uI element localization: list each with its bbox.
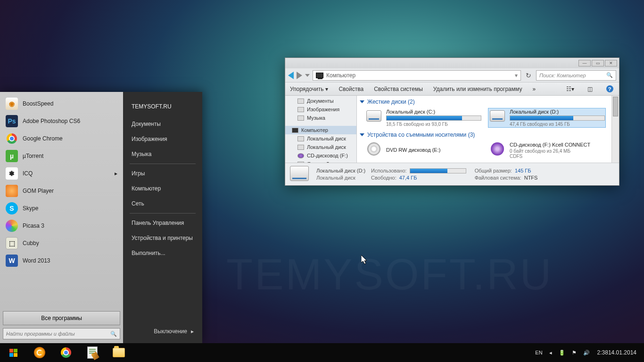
group-removable[interactable]: Устройства со съемными носителями (3) bbox=[360, 131, 616, 140]
sidebar-drive-c[interactable]: Локальный диск bbox=[285, 134, 356, 143]
start-menu-places: TEMYSOFT.RU ДокументыИзображенияМузыка И… bbox=[123, 92, 202, 343]
start-app-utorrent[interactable]: µµTorrent bbox=[3, 147, 120, 165]
picasa-icon bbox=[6, 220, 18, 232]
app-label: BoostSpeed bbox=[23, 100, 53, 107]
gom-icon bbox=[6, 185, 18, 197]
app-label: GOM Player bbox=[23, 188, 54, 194]
sidebar-drive-f[interactable]: CD-дисковод (F:) bbox=[285, 151, 356, 160]
start-user-label[interactable]: TEMYSOFT.RU bbox=[130, 101, 196, 116]
start-app-skype[interactable]: SSkype bbox=[3, 199, 120, 217]
hdd-icon bbox=[290, 166, 309, 181]
start-place-сеть[interactable]: Сеть bbox=[130, 196, 196, 211]
drive-c-label: Локальный диск (C:) bbox=[386, 109, 481, 115]
start-place-игры[interactable]: Игры bbox=[130, 166, 196, 181]
help-icon: ? bbox=[606, 85, 613, 92]
app-label: Adobe Photoshop CS6 bbox=[23, 118, 80, 124]
tray-volume-icon[interactable]: 🔊 bbox=[580, 343, 593, 362]
start-button[interactable] bbox=[0, 343, 26, 362]
scrollbar[interactable] bbox=[611, 96, 619, 163]
start-app-chrome[interactable]: Google Chrome bbox=[3, 130, 120, 147]
window-titlebar[interactable]: — ▭ ✕ bbox=[285, 58, 619, 68]
search-input[interactable]: Поиск: Компьютер 🔍 bbox=[536, 70, 616, 81]
taskbar-clock[interactable]: 2:38 14.01.2014 bbox=[594, 343, 640, 362]
status-drive-name: Локальный диск (D:) bbox=[316, 168, 365, 173]
notepad-icon bbox=[87, 346, 98, 359]
start-app-word[interactable]: WWord 2013 bbox=[3, 252, 120, 269]
forward-button[interactable] bbox=[297, 72, 302, 79]
taskbar-chrome[interactable] bbox=[53, 343, 79, 362]
properties-button[interactable]: Свойства bbox=[339, 86, 363, 92]
drive-dvd-label: DVD RW дисковод (E:) bbox=[386, 147, 440, 153]
uninstall-button[interactable]: Удалить или изменить программу bbox=[433, 86, 522, 92]
windows-icon bbox=[9, 349, 17, 357]
start-app-icq[interactable]: ❃ICQ▸ bbox=[3, 165, 120, 182]
shutdown-button[interactable]: Выключение▸ bbox=[130, 324, 196, 338]
close-button[interactable]: ✕ bbox=[605, 60, 617, 66]
taskbar-notepad[interactable] bbox=[79, 343, 106, 362]
start-app-cubby[interactable]: ⬚Cubby bbox=[3, 234, 120, 252]
refresh-button[interactable]: ↻ bbox=[524, 71, 533, 80]
group-hard-drives[interactable]: Жесткие диски (2) bbox=[360, 98, 616, 107]
sidebar-music[interactable]: Музыка bbox=[285, 114, 356, 122]
system-properties-button[interactable]: Свойства системы bbox=[374, 86, 423, 92]
start-search-input[interactable]: Найти программы и файлы 🔍 bbox=[3, 328, 120, 339]
start-app-boostspeed[interactable]: ◉BoostSpeed bbox=[3, 95, 120, 112]
tray-power-icon[interactable]: 🔋 bbox=[556, 343, 568, 362]
sidebar-documents[interactable]: Документы bbox=[285, 97, 356, 105]
drive-f-label: CD-дисковод (F:) Kcell CONNECT bbox=[510, 142, 605, 148]
minimize-button[interactable]: — bbox=[578, 60, 591, 66]
drive-d-label: Локальный диск (D:) bbox=[510, 109, 605, 115]
preview-pane-button[interactable]: ◫ bbox=[585, 84, 594, 94]
address-bar[interactable]: Компьютер ▾ bbox=[313, 70, 521, 81]
start-place-панель-управления[interactable]: Панель Управления bbox=[130, 215, 196, 230]
chevron-right-icon: ▸ bbox=[191, 328, 194, 335]
drive-d[interactable]: Локальный диск (D:) 47,4 ГБ свободно из … bbox=[488, 108, 606, 128]
separator bbox=[130, 213, 196, 214]
start-place-устройства-и-принтеры[interactable]: Устройства и принтеры bbox=[130, 230, 196, 246]
start-place-изображения[interactable]: Изображения bbox=[130, 132, 196, 147]
drive-dvd[interactable]: DVD RW дисковод (E:) bbox=[364, 141, 482, 160]
start-app-gom[interactable]: GOM Player bbox=[3, 182, 120, 199]
sidebar-pictures[interactable]: Изображения bbox=[285, 105, 356, 114]
taskbar: EN ◂ 🔋 ⚑ 🔊 2:38 14.01.2014 bbox=[0, 343, 644, 362]
drive-c-free: 18,5 ГБ свободно из 93,0 ГБ bbox=[386, 122, 481, 127]
view-options-button[interactable]: ☷▾ bbox=[565, 84, 575, 94]
all-programs-button[interactable]: Все программы bbox=[3, 311, 120, 325]
search-icon: 🔍 bbox=[606, 72, 613, 78]
drive-f-fs: CDFS bbox=[510, 154, 605, 159]
language-indicator[interactable]: EN bbox=[532, 343, 545, 362]
chevron-down-icon: ▾ bbox=[325, 86, 328, 92]
collapse-icon bbox=[360, 100, 364, 103]
word-icon: W bbox=[6, 255, 18, 267]
start-app-ps[interactable]: PsAdobe Photoshop CS6 bbox=[3, 112, 120, 130]
taskbar-explorer[interactable] bbox=[106, 343, 132, 362]
start-place-документы[interactable]: Документы bbox=[130, 116, 196, 132]
tray-expand-button[interactable]: ◂ bbox=[546, 343, 555, 362]
history-dropdown[interactable] bbox=[305, 74, 310, 77]
toolbar-overflow[interactable]: » bbox=[532, 86, 536, 92]
utorrent-icon: µ bbox=[6, 150, 18, 162]
search-placeholder: Найти программы и файлы bbox=[6, 331, 75, 337]
skype-icon: S bbox=[6, 202, 18, 214]
hdd-icon bbox=[490, 110, 505, 122]
taskbar-aimp[interactable] bbox=[26, 343, 53, 362]
start-place-музыка[interactable]: Музыка bbox=[130, 147, 196, 162]
separator bbox=[130, 164, 196, 164]
drive-f[interactable]: CD-дисковод (F:) Kcell CONNECT 0 байт св… bbox=[488, 141, 606, 160]
maximize-button[interactable]: ▭ bbox=[592, 60, 604, 66]
back-button[interactable] bbox=[288, 72, 294, 79]
sidebar-computer[interactable]: Компьютер bbox=[285, 126, 356, 134]
start-place-выполнить-[interactable]: Выполнить... bbox=[130, 246, 196, 261]
dvd-icon bbox=[367, 142, 380, 156]
status-size-label: Общий размер: bbox=[475, 168, 512, 173]
drive-c[interactable]: Локальный диск (C:) 18,5 ГБ свободно из … bbox=[364, 108, 482, 128]
organize-menu[interactable]: Упорядочить ▾ bbox=[290, 86, 328, 92]
drive-d-free: 47,4 ГБ свободно из 145 ГБ bbox=[510, 122, 605, 127]
status-free-value: 47,4 ГБ bbox=[399, 175, 417, 181]
sidebar-drive-d[interactable]: Локальный диск bbox=[285, 143, 356, 151]
address-dropdown-icon[interactable]: ▾ bbox=[515, 72, 518, 79]
help-button[interactable]: ? bbox=[605, 84, 614, 94]
start-place-компьютер[interactable]: Компьютер bbox=[130, 181, 196, 196]
tray-action-center-icon[interactable]: ⚑ bbox=[569, 343, 579, 362]
start-app-picasa[interactable]: Picasa 3 bbox=[3, 217, 120, 234]
